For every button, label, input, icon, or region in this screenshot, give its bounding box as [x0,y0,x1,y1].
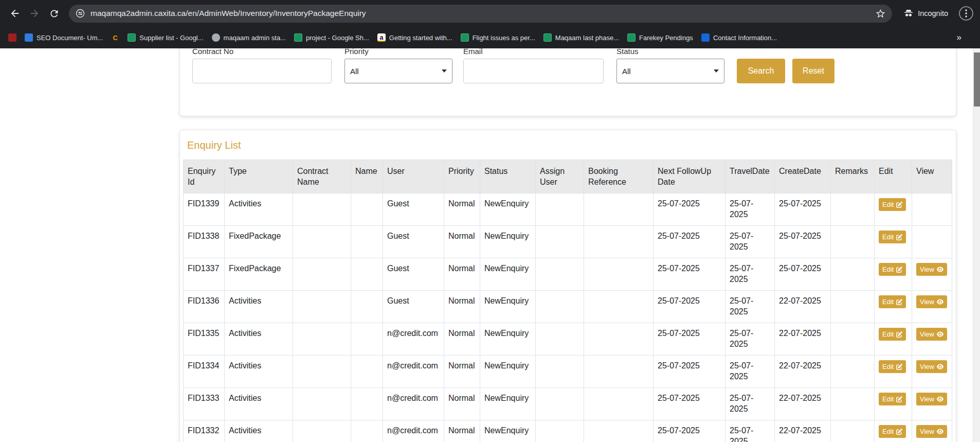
table-cell: FID1339 [184,193,225,226]
edit-button[interactable]: Edit [879,263,906,276]
table-cell: 22-07-2025 [775,323,831,356]
edit-button[interactable]: Edit [879,231,906,243]
bookmark-item[interactable]: SEO Document- Um... [21,31,107,44]
edit-pencil-icon [896,267,902,273]
sheets-green-icon [627,33,636,42]
view-cell: View [912,323,952,356]
bookmark-label: Maqaam last phase... [555,34,619,42]
table-cell: n@credit.com [383,388,444,420]
edit-button[interactable]: Edit [879,198,906,211]
edit-pencil-icon [896,202,902,208]
column-header: Contract Name [293,160,351,193]
view-button[interactable]: View [916,425,947,438]
browser-menu-button[interactable] [957,5,975,22]
incognito-icon [903,8,914,19]
table-cell [831,420,875,442]
edit-button[interactable]: Edit [879,360,906,373]
eye-icon [937,298,943,305]
view-button[interactable]: View [916,328,947,341]
table-cell: NewEnquiry [480,193,536,226]
view-button[interactable]: View [916,295,947,308]
column-header: Enquiry Id [184,160,225,193]
table-cell: Normal [444,291,480,323]
table-cell: FID1333 [184,388,225,420]
page-title: Enquiry List [187,139,953,151]
search-button[interactable]: Search [737,59,785,83]
table-cell [351,193,383,226]
bookmark-item[interactable]: Flight issues as per... [457,31,539,44]
table-row: FID1333Activitiesn@credit.comNormalNewEn… [184,388,952,420]
view-cell: View [912,420,952,442]
table-cell [831,323,875,356]
scrollbar-thumb[interactable] [974,52,980,107]
bookmark-item[interactable]: maqaam admin sta... [208,31,290,44]
view-cell [912,226,952,258]
view-cell: View [912,258,952,291]
table-cell: 22-07-2025 [775,356,831,388]
bookmark-star-icon[interactable] [875,8,886,19]
edit-button[interactable]: Edit [879,393,906,405]
bookmark-item[interactable]: Contact Information... [697,31,781,44]
table-cell [536,420,584,442]
column-header: Assign User [536,160,584,193]
table-cell [293,226,351,258]
email-field: Email [463,48,604,83]
page-scrollbar[interactable] [973,48,980,442]
bookmark-item[interactable]: Farekey Pendings [623,31,697,44]
bookmark-label: Farekey Pendings [639,34,693,42]
contract-no-input[interactable] [192,59,332,83]
back-button[interactable] [5,4,25,23]
bookmark-label: Flight issues as per... [473,34,535,42]
reload-button[interactable] [44,4,64,23]
edit-cell: Edit [875,420,912,442]
bookmarks-overflow-chevron[interactable]: » [957,32,961,43]
bookmark-item[interactable]: Supplier list - Googl... [123,31,207,44]
edit-button[interactable]: Edit [879,328,906,341]
status-select[interactable]: All [616,59,724,83]
url-text[interactable]: maqamqa2admin.caxita.ca/en/AdminWeb/Inve… [90,9,875,18]
view-button[interactable]: View [916,360,947,373]
table-cell: Normal [444,388,480,420]
view-button[interactable]: View [916,263,947,276]
enquiry-table: Enquiry IdTypeContract NameNameUserPrior… [183,160,952,442]
red-square-icon [8,33,16,42]
bookmark-item[interactable]: aGetting started with... [373,31,457,44]
view-cell [912,193,952,226]
address-bar[interactable]: maqamqa2admin.caxita.ca/en/AdminWeb/Inve… [69,5,892,23]
bookmark-item[interactable] [4,31,21,44]
priority-select[interactable]: All [344,59,452,83]
column-header: Name [351,160,383,193]
incognito-badge: Incognito [903,8,948,19]
table-row: FID1335Activitiesn@credit.comNormalNewEn… [184,323,952,356]
column-header: Status [480,160,536,193]
view-button[interactable]: View [916,393,947,405]
forward-button[interactable] [25,4,44,23]
table-cell [584,193,654,226]
site-settings-icon[interactable] [75,8,85,19]
table-cell: Guest [383,193,444,226]
table-cell: Guest [383,226,444,258]
table-cell: 25-07-2025 [725,356,775,388]
reset-button[interactable]: Reset [792,59,834,83]
table-cell: NewEnquiry [480,291,536,323]
priority-label: Priority [344,48,452,56]
table-cell: Activities [225,193,293,226]
enquiry-header-row: Enquiry IdTypeContract NameNameUserPrior… [184,160,952,193]
edit-button[interactable]: Edit [879,425,906,438]
table-cell: FixedPackage [225,226,293,258]
letter-a-icon: a [377,33,386,42]
table-cell [293,291,351,323]
table-cell: NewEnquiry [480,323,536,356]
edit-cell: Edit [875,356,912,388]
bookmark-item[interactable]: project - Google Sh... [290,31,373,44]
table-row: FID1332Activitiesn@credit.comNormalNewEn… [184,420,952,442]
bookmark-label: SEO Document- Um... [37,34,103,42]
table-cell: FID1336 [184,291,225,323]
bookmark-item[interactable]: C [107,31,123,44]
email-input[interactable] [463,59,604,83]
bookmark-item[interactable]: Maqaam last phase... [539,31,623,44]
table-cell: Activities [225,291,293,323]
edit-button[interactable]: Edit [879,295,906,308]
table-cell [831,356,875,388]
table-row: FID1334Activitiesn@credit.comNormalNewEn… [184,356,952,388]
